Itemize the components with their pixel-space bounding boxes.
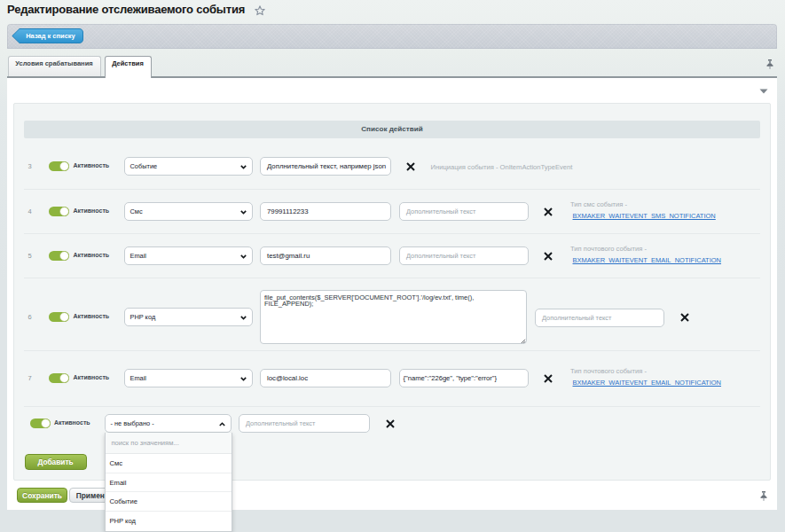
- svg-text:Назад к списку: Назад к списку: [26, 32, 75, 40]
